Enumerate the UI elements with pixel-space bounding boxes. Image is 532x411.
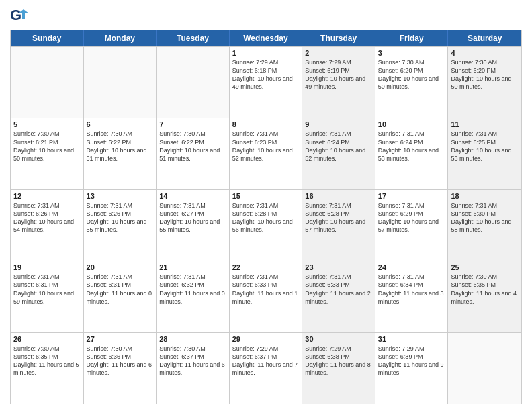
header-day-saturday: Saturday [448,30,521,46]
day-number: 22 [232,263,300,271]
calendar-cell [157,47,230,118]
header-day-thursday: Thursday [302,30,375,46]
cell-info: Sunrise: 7:29 AM Sunset: 6:37 PM Dayligh… [232,345,300,377]
day-number: 1 [232,49,300,57]
calendar-cell: 24Sunrise: 7:31 AM Sunset: 6:34 PM Dayli… [375,261,449,332]
cell-info: Sunrise: 7:31 AM Sunset: 6:29 PM Dayligh… [378,201,445,234]
day-number: 10 [378,120,445,128]
day-number: 5 [13,120,81,128]
cell-info: Sunrise: 7:31 AM Sunset: 6:33 PM Dayligh… [232,273,300,306]
calendar-cell: 9Sunrise: 7:31 AM Sunset: 6:24 PM Daylig… [302,118,375,189]
day-number: 12 [13,192,81,200]
cell-info: Sunrise: 7:31 AM Sunset: 6:24 PM Dayligh… [305,130,372,163]
calendar-cell: 3Sunrise: 7:30 AM Sunset: 6:20 PM Daylig… [375,47,449,118]
header-day-monday: Monday [84,30,157,46]
calendar-row-5: 26Sunrise: 7:30 AM Sunset: 6:35 PM Dayli… [11,332,521,404]
day-number: 9 [305,120,372,128]
cell-info: Sunrise: 7:30 AM Sunset: 6:35 PM Dayligh… [451,273,519,306]
calendar-cell: 22Sunrise: 7:31 AM Sunset: 6:33 PM Dayli… [230,261,303,332]
logo-icon: G [10,7,29,26]
calendar-cell: 7Sunrise: 7:30 AM Sunset: 6:22 PM Daylig… [157,118,230,189]
calendar-cell: 11Sunrise: 7:31 AM Sunset: 6:25 PM Dayli… [448,118,521,189]
cell-info: Sunrise: 7:30 AM Sunset: 6:20 PM Dayligh… [378,58,445,91]
cell-info: Sunrise: 7:31 AM Sunset: 6:26 PM Dayligh… [87,201,154,234]
calendar-row-1: 1Sunrise: 7:29 AM Sunset: 6:18 PM Daylig… [11,46,521,118]
calendar-cell: 1Sunrise: 7:29 AM Sunset: 6:18 PM Daylig… [230,47,303,118]
calendar-cell: 25Sunrise: 7:30 AM Sunset: 6:35 PM Dayli… [448,261,521,332]
calendar-cell: 29Sunrise: 7:29 AM Sunset: 6:37 PM Dayli… [230,333,303,404]
calendar-row-3: 12Sunrise: 7:31 AM Sunset: 6:26 PM Dayli… [11,189,521,261]
day-number: 6 [87,120,154,128]
cell-info: Sunrise: 7:31 AM Sunset: 6:28 PM Dayligh… [232,201,300,234]
calendar-cell: 31Sunrise: 7:29 AM Sunset: 6:39 PM Dayli… [375,333,449,404]
calendar-cell: 27Sunrise: 7:30 AM Sunset: 6:36 PM Dayli… [84,333,157,404]
calendar-cell [11,47,84,118]
calendar-cell: 10Sunrise: 7:31 AM Sunset: 6:24 PM Dayli… [375,118,449,189]
cell-info: Sunrise: 7:29 AM Sunset: 6:19 PM Dayligh… [305,58,372,91]
cell-info: Sunrise: 7:30 AM Sunset: 6:22 PM Dayligh… [159,130,226,163]
cell-info: Sunrise: 7:30 AM Sunset: 6:36 PM Dayligh… [87,345,154,377]
cell-info: Sunrise: 7:31 AM Sunset: 6:23 PM Dayligh… [232,130,300,163]
cell-info: Sunrise: 7:29 AM Sunset: 6:18 PM Dayligh… [232,58,300,91]
calendar-body: 1Sunrise: 7:29 AM Sunset: 6:18 PM Daylig… [11,46,521,404]
cell-info: Sunrise: 7:31 AM Sunset: 6:26 PM Dayligh… [13,201,81,234]
calendar-cell: 23Sunrise: 7:31 AM Sunset: 6:33 PM Dayli… [302,261,375,332]
day-number: 24 [378,263,445,271]
day-number: 19 [13,263,81,271]
day-number: 4 [451,49,519,57]
logo: G [10,7,32,26]
calendar-cell: 8Sunrise: 7:31 AM Sunset: 6:23 PM Daylig… [230,118,303,189]
day-number: 21 [159,263,226,271]
header-day-tuesday: Tuesday [157,30,230,46]
day-number: 11 [451,120,519,128]
calendar-cell: 18Sunrise: 7:31 AM Sunset: 6:30 PM Dayli… [448,190,521,261]
day-number: 7 [159,120,226,128]
day-number: 13 [87,192,154,200]
calendar-cell: 5Sunrise: 7:30 AM Sunset: 6:21 PM Daylig… [11,118,84,189]
day-number: 26 [13,335,81,343]
day-number: 18 [451,192,519,200]
calendar: SundayMondayTuesdayWednesdayThursdayFrid… [10,30,522,404]
calendar-cell: 17Sunrise: 7:31 AM Sunset: 6:29 PM Dayli… [375,190,449,261]
cell-info: Sunrise: 7:31 AM Sunset: 6:27 PM Dayligh… [159,201,226,234]
calendar-cell: 21Sunrise: 7:31 AM Sunset: 6:32 PM Dayli… [157,261,230,332]
calendar-cell: 15Sunrise: 7:31 AM Sunset: 6:28 PM Dayli… [230,190,303,261]
calendar-cell [84,47,157,118]
day-number: 28 [159,335,226,343]
calendar-cell: 12Sunrise: 7:31 AM Sunset: 6:26 PM Dayli… [11,190,84,261]
cell-info: Sunrise: 7:31 AM Sunset: 6:31 PM Dayligh… [87,273,154,306]
header-day-friday: Friday [375,30,449,46]
day-number: 27 [87,335,154,343]
cell-info: Sunrise: 7:31 AM Sunset: 6:31 PM Dayligh… [13,273,81,306]
day-number: 14 [159,192,226,200]
day-number: 17 [378,192,445,200]
calendar-cell: 28Sunrise: 7:30 AM Sunset: 6:37 PM Dayli… [157,333,230,404]
calendar-header: SundayMondayTuesdayWednesdayThursdayFrid… [11,30,521,46]
cell-info: Sunrise: 7:31 AM Sunset: 6:28 PM Dayligh… [305,201,372,234]
calendar-cell: 30Sunrise: 7:29 AM Sunset: 6:38 PM Dayli… [302,333,375,404]
calendar-cell: 14Sunrise: 7:31 AM Sunset: 6:27 PM Dayli… [157,190,230,261]
day-number: 29 [232,335,300,343]
calendar-cell: 26Sunrise: 7:30 AM Sunset: 6:35 PM Dayli… [11,333,84,404]
day-number: 30 [305,335,372,343]
cell-info: Sunrise: 7:31 AM Sunset: 6:34 PM Dayligh… [378,273,445,306]
day-number: 2 [305,49,372,57]
day-number: 20 [87,263,154,271]
cell-info: Sunrise: 7:30 AM Sunset: 6:20 PM Dayligh… [451,58,519,91]
calendar-cell [448,333,521,404]
day-number: 23 [305,263,372,271]
cell-info: Sunrise: 7:31 AM Sunset: 6:24 PM Dayligh… [378,130,445,163]
calendar-row-4: 19Sunrise: 7:31 AM Sunset: 6:31 PM Dayli… [11,261,521,332]
calendar-row-2: 5Sunrise: 7:30 AM Sunset: 6:21 PM Daylig… [11,118,521,189]
day-number: 16 [305,192,372,200]
header-day-wednesday: Wednesday [230,30,303,46]
cell-info: Sunrise: 7:31 AM Sunset: 6:33 PM Dayligh… [305,273,372,306]
cell-info: Sunrise: 7:30 AM Sunset: 6:37 PM Dayligh… [159,345,226,377]
header-day-sunday: Sunday [11,30,84,46]
calendar-cell: 16Sunrise: 7:31 AM Sunset: 6:28 PM Dayli… [302,190,375,261]
cell-info: Sunrise: 7:30 AM Sunset: 6:21 PM Dayligh… [13,130,81,163]
cell-info: Sunrise: 7:31 AM Sunset: 6:30 PM Dayligh… [451,201,519,234]
day-number: 3 [378,49,445,57]
cell-info: Sunrise: 7:31 AM Sunset: 6:25 PM Dayligh… [451,130,519,163]
day-number: 15 [232,192,300,200]
